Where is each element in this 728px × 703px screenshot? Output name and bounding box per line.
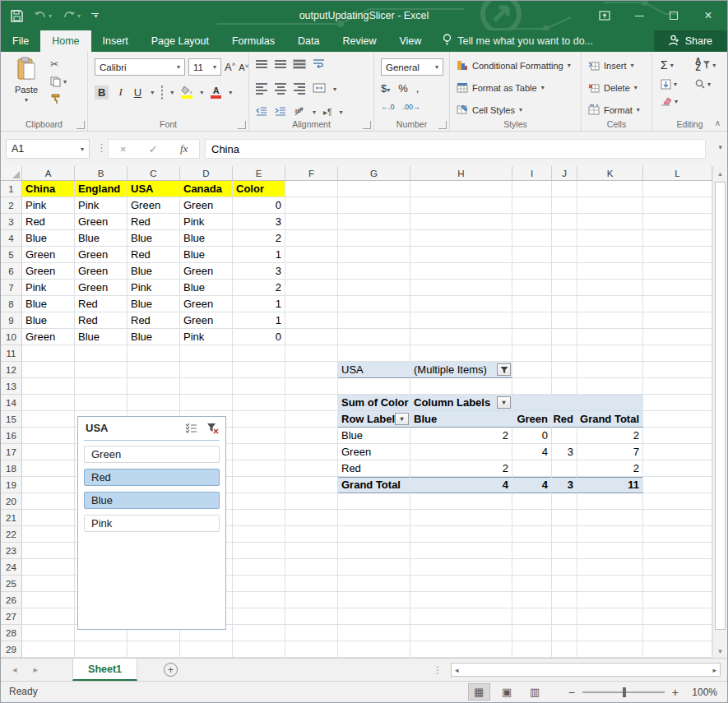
cell-G1[interactable] [338, 181, 410, 197]
number-format-combo[interactable]: General▾ [381, 58, 443, 76]
cell-A18[interactable] [22, 460, 75, 477]
row-header-22[interactable]: 22 [1, 526, 22, 543]
cell-J6[interactable] [552, 263, 577, 280]
cell-E13[interactable] [233, 378, 285, 395]
cell-B14[interactable] [75, 395, 128, 411]
cell-D8[interactable]: Green [180, 296, 233, 312]
prev-sheet-icon[interactable]: ◂ [12, 664, 17, 675]
cell-E5[interactable]: 1 [233, 247, 285, 263]
cell-K19[interactable]: 11 [577, 477, 643, 493]
cell-G21[interactable] [338, 510, 410, 526]
close-button[interactable]: × [691, 1, 726, 30]
cell-F6[interactable] [285, 263, 338, 280]
row-header-26[interactable]: 26 [1, 592, 22, 608]
name-box-dropdown-icon[interactable]: ▾ [81, 146, 84, 153]
row-header-20[interactable]: 20 [1, 493, 22, 510]
clear-filter-icon[interactable] [205, 421, 220, 435]
cell-H8[interactable] [410, 296, 512, 312]
cell-C13[interactable] [128, 378, 180, 395]
cell-F2[interactable] [285, 197, 338, 214]
cell-C29[interactable] [128, 641, 180, 658]
cell-H26[interactable] [410, 592, 512, 608]
underline-button[interactable]: U [132, 86, 143, 99]
borders-dropdown-icon[interactable]: ▾ [170, 89, 174, 96]
cell-E2[interactable]: 0 [233, 197, 285, 214]
cell-A6[interactable]: Green [22, 263, 75, 280]
cell-F18[interactable] [285, 460, 338, 477]
fill-button[interactable]: ▾ [661, 79, 678, 90]
row-header-28[interactable]: 28 [1, 625, 22, 641]
cell-F23[interactable] [285, 543, 338, 559]
cell-J22[interactable] [552, 526, 577, 543]
row-header-7[interactable]: 7 [1, 280, 22, 296]
cell-I9[interactable] [512, 312, 552, 329]
cell-H15[interactable]: Blue [410, 411, 512, 428]
cell-G20[interactable] [338, 493, 410, 510]
cell-F29[interactable] [285, 641, 338, 658]
cell-G8[interactable] [338, 296, 410, 312]
cell-E7[interactable]: 2 [233, 280, 285, 296]
cell-J21[interactable] [552, 510, 577, 526]
row-header-13[interactable]: 13 [1, 378, 22, 395]
cell-K4[interactable] [577, 230, 643, 247]
cell-I10[interactable] [512, 329, 552, 345]
cell-J24[interactable] [552, 559, 577, 576]
row-header-23[interactable]: 23 [1, 543, 22, 559]
row-header-27[interactable]: 27 [1, 608, 22, 625]
cell-K17[interactable]: 7 [577, 444, 643, 460]
font-name-combo[interactable]: Calibri▾ [95, 58, 185, 76]
cell-A25[interactable] [22, 576, 75, 592]
row-header-1[interactable]: 1 [1, 181, 22, 197]
cell-L28[interactable] [643, 625, 712, 641]
cell-I23[interactable] [512, 543, 552, 559]
cell-E29[interactable] [233, 641, 285, 658]
cell-H3[interactable] [410, 214, 512, 230]
cell-A16[interactable] [22, 428, 75, 444]
cell-A27[interactable] [22, 608, 75, 625]
borders-button[interactable] [161, 86, 163, 99]
cell-F13[interactable] [285, 378, 338, 395]
cell-D4[interactable]: Blue [180, 230, 233, 247]
cell-K18[interactable]: 2 [577, 460, 643, 477]
collapse-ribbon-icon[interactable]: ∧ [715, 118, 721, 127]
sheet-tab-sheet1[interactable]: Sheet1 [72, 659, 137, 681]
cell-H17[interactable] [410, 444, 512, 460]
cell-H29[interactable] [410, 641, 512, 658]
clear-button[interactable]: ▾ [661, 97, 678, 106]
cell-I2[interactable] [512, 197, 552, 214]
row-header-5[interactable]: 5 [1, 247, 22, 263]
cell-G2[interactable] [338, 197, 410, 214]
cell-A17[interactable] [22, 444, 75, 460]
zoom-slider-handle[interactable] [623, 687, 626, 697]
cell-B2[interactable]: Pink [75, 197, 128, 214]
top-align-button[interactable] [256, 60, 267, 68]
cell-L21[interactable] [643, 510, 712, 526]
cell-C14[interactable] [128, 395, 180, 411]
cell-G22[interactable] [338, 526, 410, 543]
cell-H23[interactable] [410, 543, 512, 559]
cell-J20[interactable] [552, 493, 577, 510]
cell-D6[interactable]: Green [180, 263, 233, 280]
zoom-slider[interactable] [582, 691, 665, 693]
cell-G3[interactable] [338, 214, 410, 230]
column-header-A[interactable]: A [22, 166, 75, 181]
cell-J15[interactable]: Red [552, 411, 577, 428]
cell-G15[interactable]: Row Labels▾ [338, 411, 410, 428]
cell-C3[interactable]: Red [128, 214, 180, 230]
column-header-F[interactable]: F [285, 166, 338, 181]
column-header-G[interactable]: G [338, 166, 410, 181]
cell-K6[interactable] [577, 263, 643, 280]
cell-G7[interactable] [338, 280, 410, 296]
cell-A19[interactable] [22, 477, 75, 493]
orientation-dropdown-icon[interactable]: ▾ [313, 109, 316, 116]
multi-select-icon[interactable] [183, 421, 198, 435]
row-header-17[interactable]: 17 [1, 444, 22, 460]
cell-J9[interactable] [552, 312, 577, 329]
cell-F22[interactable] [285, 526, 338, 543]
font-size-combo[interactable]: 11▾ [188, 58, 221, 76]
cell-A29[interactable] [22, 641, 75, 658]
select-all-button[interactable] [1, 166, 22, 181]
cell-E26[interactable] [233, 592, 285, 608]
cut-button[interactable]: ✂ [50, 58, 67, 70]
cell-F28[interactable] [285, 625, 338, 641]
